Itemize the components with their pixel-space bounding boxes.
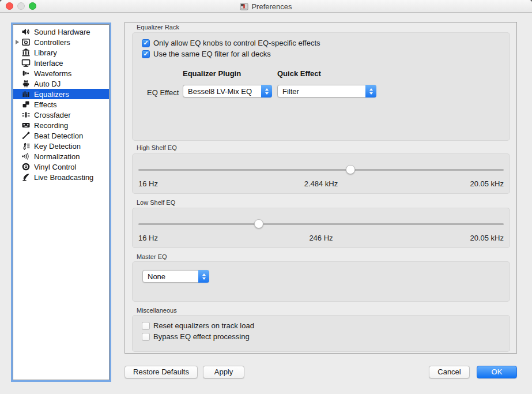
- eq-effect-label: EQ Effect: [147, 88, 179, 97]
- checkbox-row-bypass-eq-effect-processing[interactable]: Bypass EQ effect processing: [142, 331, 254, 342]
- mixer-app-icon: [240, 2, 248, 11]
- vinyl-control-icon: [21, 162, 31, 171]
- preferences-pane: Equalizer Rack Only allow EQ knobs to co…: [124, 22, 517, 354]
- sidebar-item-equalizers[interactable]: Equalizers: [13, 89, 109, 99]
- key-detection-icon: [21, 141, 31, 151]
- equalizer-plugin-value: Bessel8 LV-Mix EQ: [183, 87, 261, 96]
- miscellaneous-group-label: Miscellaneous: [137, 307, 177, 314]
- disclosure-triangle-icon[interactable]: [13, 40, 21, 44]
- ok-button[interactable]: OK: [477, 366, 517, 378]
- high-shelf-group: 16 Hz 2.484 kHz 20.05 kHz: [132, 153, 510, 194]
- sidebar-item-vinyl-control[interactable]: Vinyl Control: [13, 162, 109, 172]
- window-title-area: Preferences: [0, 0, 532, 13]
- miscellaneous-group: Reset equalizers on track load Bypass EQ…: [132, 315, 510, 352]
- high-shelf-slider[interactable]: [138, 164, 504, 175]
- titlebar: Preferences: [0, 0, 532, 13]
- sidebar-item-effects[interactable]: Effects: [13, 99, 109, 110]
- sidebar-item-recording[interactable]: Recording: [13, 120, 109, 130]
- miscellaneous-checkboxes: Reset equalizers on track load Bypass EQ…: [142, 320, 254, 342]
- checkbox-row-reset-equalizers-on-track-load[interactable]: Reset equalizers on track load: [142, 320, 254, 331]
- sidebar-item-library[interactable]: Library: [13, 47, 109, 58]
- sidebar-item-live-broadcasting[interactable]: Live Broadcasting: [13, 172, 109, 182]
- crossfader-icon: [21, 110, 31, 119]
- checkbox[interactable]: [142, 39, 150, 47]
- slider-thumb[interactable]: [346, 165, 355, 174]
- checkbox-label: Only allow EQ knobs to control EQ-specif…: [153, 39, 320, 47]
- scale-max: 20.05 kHz: [470, 234, 504, 242]
- checkbox-label: Bypass EQ effect processing: [153, 332, 250, 341]
- equalizer-rack-group: Only allow EQ knobs to control EQ-specif…: [132, 32, 510, 141]
- checkbox-label: Use the same EQ filter for all decks: [153, 50, 271, 58]
- controllers-icon: [21, 37, 31, 47]
- sidebar-item-waveforms[interactable]: Waveforms: [13, 68, 109, 78]
- sidebar-item-key-detection[interactable]: Key Detection: [13, 141, 109, 151]
- scale-value: 2.484 kHz: [138, 179, 504, 188]
- stepper-icon: [261, 85, 272, 97]
- quick-effect-header: Quick Effect: [277, 69, 321, 78]
- effects-icon: [21, 100, 31, 109]
- slider-track[interactable]: [138, 169, 504, 171]
- window-title: Preferences: [251, 2, 292, 11]
- normalization-icon: [21, 152, 31, 161]
- sidebar-item-crossfader[interactable]: Crossfader: [13, 110, 109, 120]
- checkbox[interactable]: [142, 333, 150, 341]
- sidebar-item-sound-hardware[interactable]: Sound Hardware: [13, 27, 109, 37]
- interface-icon: [21, 58, 31, 67]
- slider-track[interactable]: [138, 223, 504, 225]
- high-shelf-group-label: High Shelf EQ: [137, 144, 177, 151]
- recording-icon: [21, 121, 31, 130]
- restore-defaults-button[interactable]: Restore Defaults: [124, 366, 198, 378]
- cancel-button[interactable]: Cancel: [429, 366, 470, 378]
- sidebar-item-normalization[interactable]: Normalization: [13, 151, 109, 162]
- quick-effect-value: Filter: [278, 87, 365, 96]
- checkbox-label: Reset equalizers on track load: [153, 321, 254, 330]
- high-shelf-scale: 16 Hz 2.484 kHz 20.05 kHz: [138, 179, 504, 189]
- sidebar-item-auto-dj[interactable]: Auto DJ: [13, 78, 109, 89]
- preferences-window: Preferences Sound Hardware Controllers L…: [0, 0, 532, 394]
- live-broadcasting-icon: [21, 172, 31, 182]
- slider-thumb[interactable]: [254, 219, 263, 228]
- waveforms-icon: [21, 69, 31, 78]
- stepper-icon: [365, 85, 376, 97]
- stepper-icon: [198, 270, 209, 283]
- beat-detection-icon: [21, 131, 31, 140]
- low-shelf-scale: 16 Hz 246 Hz 20.05 kHz: [138, 234, 504, 243]
- checkbox-row-use-the-same-eq-filter-for-all-decks[interactable]: Use the same EQ filter for all decks: [142, 48, 320, 59]
- preferences-category-list[interactable]: Sound Hardware Controllers Library Inter…: [13, 24, 110, 380]
- equalizer-rack-group-label: Equalizer Rack: [137, 24, 179, 31]
- equalizer-rack-checkboxes: Only allow EQ knobs to control EQ-specif…: [142, 37, 320, 59]
- sidebar-item-interface[interactable]: Interface: [13, 58, 109, 68]
- low-shelf-slider[interactable]: [138, 219, 504, 229]
- master-eq-group-label: Master EQ: [137, 253, 167, 260]
- low-shelf-group-label: Low Shelf EQ: [137, 199, 175, 206]
- autodj-icon: [21, 79, 31, 88]
- speaker-icon: [21, 27, 31, 36]
- equalizers-icon: [21, 89, 31, 99]
- low-shelf-group: 16 Hz 246 Hz 20.05 kHz: [132, 208, 510, 248]
- checkbox[interactable]: [142, 322, 150, 330]
- master-eq-value: None: [143, 272, 198, 281]
- master-eq-select[interactable]: None: [142, 270, 209, 283]
- equalizer-plugin-select[interactable]: Bessel8 LV-Mix EQ: [183, 85, 272, 97]
- sidebar-item-beat-detection[interactable]: Beat Detection: [13, 130, 109, 141]
- checkbox-row-only-allow-eq-knobs-to-control-eq-specific-effects[interactable]: Only allow EQ knobs to control EQ-specif…: [142, 37, 320, 48]
- sidebar-item-controllers[interactable]: Controllers: [13, 37, 109, 47]
- checkbox[interactable]: [142, 50, 150, 58]
- master-eq-group: None: [132, 261, 510, 302]
- quick-effect-select[interactable]: Filter: [277, 85, 376, 97]
- equalizer-plugin-header: Equalizer Plugin: [183, 69, 241, 78]
- apply-button[interactable]: Apply: [203, 366, 244, 378]
- library-icon: [21, 48, 31, 57]
- scale-value: 246 Hz: [138, 234, 504, 242]
- scale-max: 20.05 kHz: [470, 179, 504, 188]
